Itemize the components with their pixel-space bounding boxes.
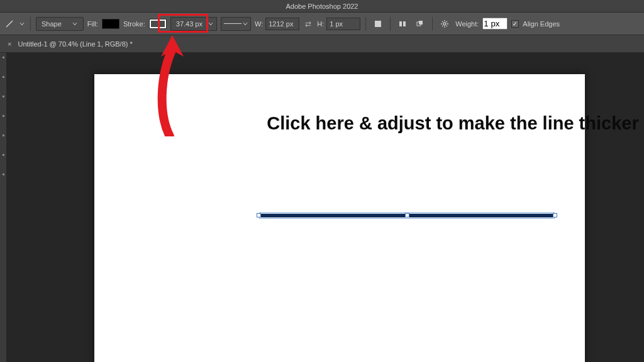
weight-label: Weight: xyxy=(455,20,479,28)
chevron-down-icon xyxy=(208,21,214,27)
divider xyxy=(432,17,433,31)
app-title: Adobe Photoshop 2022 xyxy=(286,3,358,10)
transform-handle-left[interactable] xyxy=(257,213,261,217)
stroke-width-input[interactable]: 37.43 px xyxy=(170,17,217,31)
workspace: Click here & adjust to make the line thi… xyxy=(0,53,644,362)
stroke-style-select[interactable] xyxy=(221,17,251,31)
line-shape-object[interactable] xyxy=(259,212,555,219)
path-arrange-button[interactable] xyxy=(413,17,427,31)
divider xyxy=(365,17,366,31)
svg-line-13 xyxy=(442,25,443,26)
line-tool-icon[interactable] xyxy=(5,19,14,28)
tool-chevron-icon[interactable] xyxy=(19,21,25,27)
height-label: H: xyxy=(317,20,324,28)
options-bar: Shape Fill: Stroke: 37.43 px W: ⇄ H: xyxy=(0,13,644,35)
tab-close-icon[interactable]: × xyxy=(8,40,11,48)
path-align-button[interactable] xyxy=(396,17,409,31)
fill-swatch[interactable] xyxy=(102,19,119,29)
solid-line-icon xyxy=(224,23,242,24)
app-title-bar: Adobe Photoshop 2022 xyxy=(0,0,644,13)
chevron-down-icon xyxy=(243,21,248,27)
divider xyxy=(390,17,391,31)
transform-handle-right[interactable] xyxy=(553,213,557,217)
link-dimensions-icon[interactable]: ⇄ xyxy=(303,19,313,29)
svg-rect-1 xyxy=(375,21,381,27)
stroke-width-value: 37.43 px xyxy=(176,20,203,28)
canvas[interactable]: Click here & adjust to make the line thi… xyxy=(94,74,585,362)
width-group: W: xyxy=(255,18,299,30)
divider xyxy=(30,17,31,31)
svg-line-11 xyxy=(442,21,443,22)
document-tab-bar: × Untitled-1 @ 70.4% (Line 1, RGB/8) * xyxy=(0,35,644,53)
path-ops-button[interactable] xyxy=(371,17,385,31)
width-label: W: xyxy=(255,20,263,28)
svg-rect-5 xyxy=(419,21,423,25)
annotation-text: Click here & adjust to make the line thi… xyxy=(258,112,644,136)
weight-input[interactable] xyxy=(482,18,508,30)
document-tab-title[interactable]: Untitled-1 @ 70.4% (Line 1, RGB/8) * xyxy=(18,40,132,48)
height-group: H: xyxy=(317,18,360,30)
chevron-down-icon xyxy=(72,21,78,27)
canvas-viewport[interactable]: Click here & adjust to make the line thi… xyxy=(6,53,644,362)
transform-handle-mid[interactable] xyxy=(405,213,409,217)
height-input[interactable] xyxy=(326,18,360,30)
svg-rect-3 xyxy=(403,21,406,26)
gear-icon[interactable] xyxy=(438,17,452,31)
align-edges-label: Align Edges xyxy=(523,20,560,28)
additional-options: Weight: ✓ Align Edges xyxy=(438,17,560,31)
svg-line-12 xyxy=(447,25,447,26)
align-edges-checkbox[interactable]: ✓ xyxy=(511,20,519,28)
svg-rect-2 xyxy=(399,21,402,26)
tool-mode-select[interactable]: Shape xyxy=(36,17,84,31)
left-ruler xyxy=(0,53,6,362)
fill-label: Fill: xyxy=(87,20,98,28)
svg-line-14 xyxy=(447,21,447,22)
svg-line-0 xyxy=(6,21,13,27)
width-input[interactable] xyxy=(265,18,299,30)
svg-point-6 xyxy=(443,23,446,25)
stroke-label: Stroke: xyxy=(123,20,145,28)
stroke-swatch[interactable] xyxy=(149,19,167,29)
tool-mode-label: Shape xyxy=(42,20,62,28)
